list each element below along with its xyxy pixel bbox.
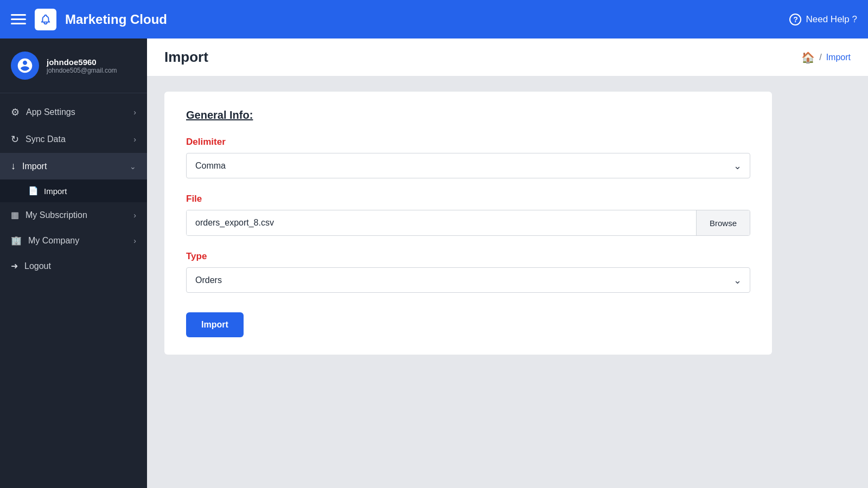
file-group: File Browse bbox=[186, 194, 750, 236]
chevron-right-icon: › bbox=[133, 236, 136, 245]
browse-button[interactable]: Browse bbox=[696, 210, 750, 235]
gear-icon bbox=[11, 106, 20, 118]
type-select[interactable]: Orders Contacts Products Customers bbox=[186, 267, 750, 293]
subscription-icon: ▦ bbox=[11, 210, 19, 220]
delimiter-label: Delimiter bbox=[186, 137, 750, 147]
user-info: johndoe5960 johndoe505@gmail.com bbox=[47, 57, 117, 74]
app-title: Marketing Cloud bbox=[65, 12, 167, 27]
company-icon: 🏢 bbox=[11, 235, 22, 246]
type-label: Type bbox=[186, 251, 750, 262]
doc-icon: 📄 bbox=[28, 186, 39, 196]
sidebar-sub-item-import[interactable]: 📄 Import bbox=[0, 179, 147, 202]
main-content: Import 🏠 / Import General Info: Delimite… bbox=[147, 38, 868, 488]
type-group: Type Orders Contacts Products Customers … bbox=[186, 251, 750, 293]
user-email: johndoe505@gmail.com bbox=[47, 67, 117, 74]
file-input[interactable] bbox=[187, 210, 696, 235]
help-icon: ? bbox=[789, 14, 801, 25]
chevron-down-icon: ⌄ bbox=[130, 162, 136, 171]
page-title: Import bbox=[164, 49, 208, 66]
delimiter-select-wrapper: Comma Semicolon Tab Pipe ⌄ bbox=[186, 153, 750, 178]
sidebar-item-import[interactable]: Import ⌄ bbox=[0, 153, 147, 179]
sidebar-item-my-subscription[interactable]: ▦ My Subscription › bbox=[0, 202, 147, 228]
sidebar-nav: App Settings › Sync Data › Import ⌄ bbox=[0, 93, 147, 284]
breadcrumb-current: Import bbox=[826, 53, 851, 62]
breadcrumb: 🏠 / Import bbox=[801, 51, 851, 64]
import-button[interactable]: Import bbox=[186, 312, 244, 337]
top-header: Marketing Cloud ? Need Help ? bbox=[0, 0, 868, 38]
sidebar: johndoe5960 johndoe505@gmail.com App Set… bbox=[0, 38, 147, 488]
username: johndoe5960 bbox=[47, 57, 117, 67]
help-label: Need Help ? bbox=[806, 14, 857, 25]
sidebar-label-logout: Logout bbox=[24, 261, 51, 271]
bell-icon[interactable] bbox=[35, 9, 56, 30]
chevron-right-icon: › bbox=[133, 211, 136, 220]
sync-icon bbox=[11, 133, 19, 145]
chevron-right-icon: › bbox=[133, 108, 136, 117]
content-area: General Info: Delimiter Comma Semicolon … bbox=[147, 76, 868, 488]
logout-icon: ➜ bbox=[11, 261, 18, 271]
menu-icon[interactable] bbox=[11, 14, 26, 24]
home-icon[interactable]: 🏠 bbox=[801, 51, 815, 64]
breadcrumb-separator: / bbox=[819, 53, 821, 62]
sidebar-label-import-sub: Import bbox=[44, 187, 67, 196]
header-left: Marketing Cloud bbox=[11, 9, 167, 30]
sidebar-label-my-subscription: My Subscription bbox=[25, 210, 87, 220]
sidebar-item-my-company[interactable]: 🏢 My Company › bbox=[0, 228, 147, 253]
page-header: Import 🏠 / Import bbox=[147, 38, 868, 76]
delimiter-group: Delimiter Comma Semicolon Tab Pipe ⌄ bbox=[186, 137, 750, 178]
sidebar-label-sync-data: Sync Data bbox=[25, 134, 66, 144]
file-label: File bbox=[186, 194, 750, 204]
sidebar-item-sync-data[interactable]: Sync Data › bbox=[0, 126, 147, 153]
avatar bbox=[11, 52, 39, 80]
import-icon bbox=[11, 160, 16, 172]
chevron-right-icon: › bbox=[133, 135, 136, 144]
sidebar-label-my-company: My Company bbox=[28, 236, 79, 246]
file-input-group: Browse bbox=[186, 210, 750, 236]
main-layout: johndoe5960 johndoe505@gmail.com App Set… bbox=[0, 38, 868, 488]
card-section-title: General Info: bbox=[186, 109, 750, 121]
sidebar-item-logout[interactable]: ➜ Logout bbox=[0, 253, 147, 279]
sidebar-item-app-settings[interactable]: App Settings › bbox=[0, 99, 147, 126]
sidebar-label-import: Import bbox=[22, 162, 47, 171]
help-button[interactable]: ? Need Help ? bbox=[789, 14, 857, 25]
delimiter-select[interactable]: Comma Semicolon Tab Pipe bbox=[186, 153, 750, 178]
user-section: johndoe5960 johndoe505@gmail.com bbox=[0, 38, 147, 93]
type-select-wrapper: Orders Contacts Products Customers ⌄ bbox=[186, 267, 750, 293]
sidebar-label-app-settings: App Settings bbox=[26, 107, 75, 117]
import-card: General Info: Delimiter Comma Semicolon … bbox=[164, 92, 772, 355]
